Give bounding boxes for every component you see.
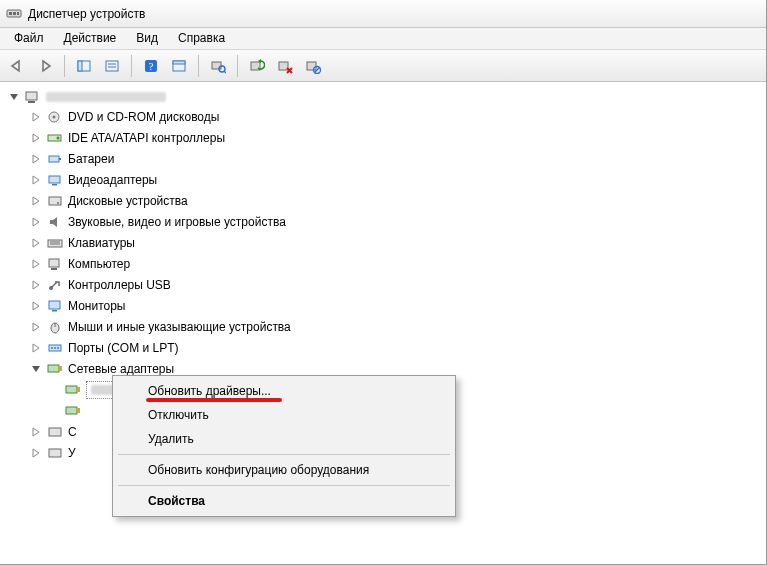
- svg-rect-1: [9, 12, 12, 15]
- titlebar: Диспетчер устройств: [0, 0, 766, 28]
- properties-button[interactable]: [99, 54, 125, 78]
- svg-rect-50: [59, 366, 62, 371]
- cm-disable[interactable]: Отключить: [116, 403, 452, 427]
- collapse-icon[interactable]: [30, 363, 42, 375]
- expand-icon[interactable]: [30, 132, 42, 144]
- expand-icon[interactable]: [30, 279, 42, 291]
- expand-icon[interactable]: [30, 447, 42, 459]
- toolbar: ?: [0, 50, 766, 82]
- expand-icon[interactable]: [30, 174, 42, 186]
- expand-icon[interactable]: [30, 195, 42, 207]
- svg-rect-5: [78, 61, 82, 71]
- svg-point-48: [57, 347, 59, 349]
- tree-category-label: Контроллеры USB: [68, 278, 171, 292]
- expand-icon[interactable]: [30, 216, 42, 228]
- system-device-icon: [46, 425, 64, 439]
- uninstall-button[interactable]: [272, 54, 298, 78]
- tree-category[interactable]: Компьютер: [4, 253, 762, 274]
- expand-icon[interactable]: [30, 258, 42, 270]
- svg-rect-49: [48, 365, 59, 372]
- expand-icon[interactable]: [30, 111, 42, 123]
- tree-category-label: Порты (COM и LPT): [68, 341, 179, 355]
- disk-icon: [46, 194, 64, 208]
- svg-rect-33: [49, 197, 61, 205]
- svg-rect-54: [77, 408, 80, 413]
- cm-properties[interactable]: Свойства: [116, 489, 452, 513]
- collapse-icon[interactable]: [8, 91, 20, 103]
- menu-file[interactable]: Файл: [4, 28, 54, 49]
- svg-rect-42: [52, 310, 57, 312]
- svg-rect-38: [49, 259, 59, 267]
- cm-delete[interactable]: Удалить: [116, 427, 452, 451]
- svg-rect-12: [173, 61, 185, 64]
- menu-help[interactable]: Справка: [168, 28, 235, 49]
- svg-point-26: [53, 115, 56, 118]
- disc-icon: [46, 110, 64, 124]
- expand-icon[interactable]: [30, 237, 42, 249]
- tree-category[interactable]: Дисковые устройства: [4, 190, 762, 211]
- expand-icon[interactable]: [30, 342, 42, 354]
- tree-category[interactable]: Контроллеры USB: [4, 274, 762, 295]
- computer-name-redacted: [46, 92, 166, 102]
- cm-scan-hardware[interactable]: Обновить конфигурацию оборудования: [116, 458, 452, 482]
- window-title: Диспетчер устройств: [28, 7, 145, 21]
- tree-category[interactable]: Порты (COM и LPT): [4, 337, 762, 358]
- tree-category-label: Дисковые устройства: [68, 194, 188, 208]
- tree-category-label: Мониторы: [68, 299, 125, 313]
- disable-button[interactable]: [300, 54, 326, 78]
- svg-rect-20: [307, 62, 316, 70]
- svg-point-28: [57, 136, 60, 139]
- expand-icon[interactable]: [30, 153, 42, 165]
- toolbar-separator: [198, 55, 199, 77]
- help-button[interactable]: ?: [138, 54, 164, 78]
- port-icon: [46, 341, 64, 355]
- tree-category-label: IDE ATA/ATAPI контроллеры: [68, 131, 225, 145]
- tree-category[interactable]: Батареи: [4, 148, 762, 169]
- usb-icon: [46, 278, 64, 292]
- cm-update-drivers[interactable]: Обновить драйверы...: [116, 379, 452, 403]
- svg-rect-24: [28, 101, 35, 103]
- tree-category-label: Клавиатуры: [68, 236, 135, 250]
- tree-category[interactable]: Мониторы: [4, 295, 762, 316]
- svg-line-15: [224, 71, 226, 73]
- computer-icon: [46, 257, 64, 271]
- update-driver-button[interactable]: [244, 54, 270, 78]
- show-hide-tree-button[interactable]: [71, 54, 97, 78]
- network-card-icon: [64, 384, 82, 396]
- menu-view[interactable]: Вид: [126, 28, 168, 49]
- tree-category-label: Батареи: [68, 152, 114, 166]
- svg-rect-32: [52, 184, 57, 186]
- tree-category[interactable]: IDE ATA/ATAPI контроллеры: [4, 127, 762, 148]
- svg-rect-29: [49, 156, 59, 162]
- tree-category-label: DVD и CD-ROM дисководы: [68, 110, 219, 124]
- svg-text:?: ?: [149, 60, 154, 72]
- action-button[interactable]: [166, 54, 192, 78]
- ide-icon: [46, 131, 64, 145]
- forward-button[interactable]: [32, 54, 58, 78]
- tree-category[interactable]: Звуковые, видео и игровые устройства: [4, 211, 762, 232]
- tree-category-label: Звуковые, видео и игровые устройства: [68, 215, 286, 229]
- svg-rect-41: [49, 301, 60, 309]
- svg-rect-51: [66, 386, 77, 393]
- svg-point-47: [54, 347, 56, 349]
- back-button[interactable]: [4, 54, 30, 78]
- expand-icon[interactable]: [30, 300, 42, 312]
- scan-hardware-button[interactable]: [205, 54, 231, 78]
- svg-rect-56: [49, 449, 61, 457]
- device-tree[interactable]: DVD и CD-ROM дисководыIDE ATA/ATAPI конт…: [0, 82, 766, 565]
- expand-icon[interactable]: [30, 426, 42, 438]
- monitor-icon: [46, 299, 64, 313]
- tree-category-label: Мыши и иные указывающие устройства: [68, 320, 291, 334]
- tree-category[interactable]: Видеоадаптеры: [4, 169, 762, 190]
- expand-icon[interactable]: [30, 321, 42, 333]
- svg-rect-2: [13, 12, 16, 15]
- red-highlight: [146, 398, 282, 402]
- tree-root[interactable]: [4, 88, 762, 106]
- cm-separator: [118, 485, 450, 486]
- display-icon: [46, 173, 64, 187]
- tree-category[interactable]: Мыши и иные указывающие устройства: [4, 316, 762, 337]
- svg-point-34: [57, 202, 59, 204]
- menu-action[interactable]: Действие: [54, 28, 127, 49]
- tree-category[interactable]: Клавиатуры: [4, 232, 762, 253]
- tree-category[interactable]: DVD и CD-ROM дисководы: [4, 106, 762, 127]
